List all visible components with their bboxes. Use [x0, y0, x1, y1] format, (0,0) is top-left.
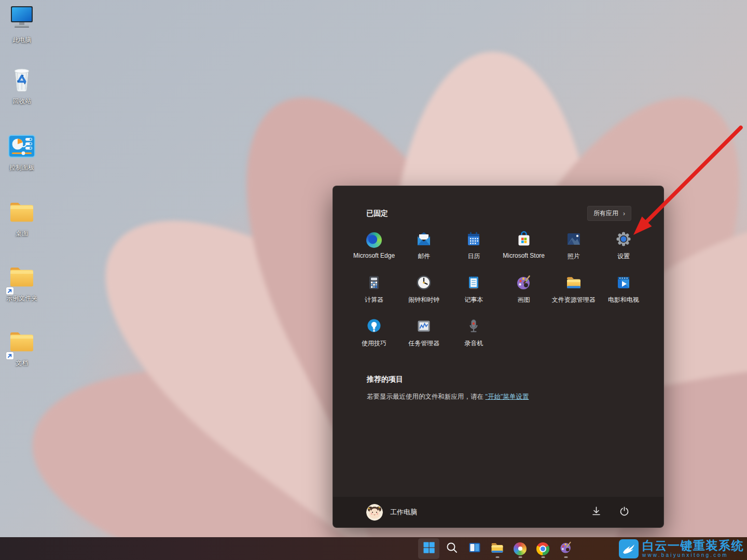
paint-button[interactable] — [555, 538, 576, 559]
desktop-icon-label: 示例文件夹 — [1, 295, 43, 302]
downloads-button[interactable] — [587, 503, 605, 522]
app-tile-settings[interactable]: 设置 — [599, 226, 648, 269]
task-manager-icon — [416, 318, 432, 337]
search-icon — [446, 541, 458, 556]
desktop-icon-this-pc[interactable]: 此电脑 — [1, 5, 43, 44]
running-indicator — [495, 556, 499, 558]
photos-icon — [565, 231, 582, 249]
app-tile-task-manager[interactable]: 任务管理器 — [399, 313, 449, 356]
this-pc-icon — [6, 3, 37, 35]
desktop-icon-label: 桌面 — [1, 230, 43, 237]
desktop-icon-desktop-folder[interactable]: 桌面 — [1, 199, 43, 237]
movies-tv-icon — [615, 274, 632, 293]
watermark-url: www.baiyunxitong.com — [642, 553, 744, 558]
running-indicator — [518, 556, 522, 558]
power-button[interactable] — [615, 503, 633, 522]
all-apps-button[interactable]: 所有应用 › — [587, 206, 631, 221]
paint-icon — [516, 274, 532, 293]
desktop-icon-control-panel[interactable]: 控制面板 — [1, 133, 43, 172]
recommended-text: 若要显示最近使用的文件和新应用，请在 "开始"菜单设置 — [367, 393, 529, 401]
desktop-icon-sample-folder[interactable]: 示例文件夹 — [1, 263, 43, 302]
chevron-right-icon: › — [623, 210, 625, 217]
control-panel-icon — [6, 132, 38, 163]
photos-pinwheel-icon — [514, 542, 527, 555]
tips-icon — [366, 318, 382, 337]
start-menu: 已固定 所有应用 › Microsoft Edge 邮件 — [333, 186, 664, 528]
start-settings-link[interactable]: "开始"菜单设置 — [485, 393, 529, 400]
task-view-button[interactable] — [464, 538, 485, 559]
windows-start-icon — [423, 541, 435, 556]
search-button[interactable] — [441, 538, 462, 559]
running-indicator — [564, 556, 568, 558]
power-icon — [619, 506, 629, 518]
folder-icon — [6, 198, 37, 229]
app-tile-store[interactable]: Microsoft Store — [499, 226, 549, 269]
calendar-icon — [465, 231, 482, 249]
app-tile-paint[interactable]: 画图 — [499, 269, 549, 313]
pinned-apps-grid: Microsoft Edge 邮件 — [349, 226, 648, 356]
running-indicator — [541, 556, 545, 558]
desktop-icon-label: 控制面板 — [1, 164, 43, 172]
file-explorer-button[interactable] — [487, 538, 508, 559]
shortcut-arrow-icon — [6, 287, 13, 295]
recycle-bin-icon — [7, 64, 36, 96]
settings-gear-icon — [615, 231, 632, 249]
app-tile-photos[interactable]: 照片 — [549, 226, 599, 269]
taskbar: 白云一键重装系统 www.baiyunxitong.com — [0, 537, 747, 560]
file-explorer-icon — [565, 274, 582, 293]
task-view-icon — [468, 541, 481, 556]
start-button[interactable] — [418, 538, 439, 559]
store-icon — [516, 231, 532, 249]
pinned-section-title: 已固定 — [366, 209, 388, 218]
chrome-icon — [536, 542, 549, 555]
mail-icon — [416, 231, 432, 249]
file-explorer-icon — [490, 541, 504, 557]
app-tile-file-explorer[interactable]: 文件资源管理器 — [549, 269, 599, 313]
notepad-icon — [465, 274, 482, 293]
desktop-screen: 此电脑 回收站 — [0, 0, 747, 560]
app-tile-notepad[interactable]: 记事本 — [449, 269, 499, 313]
download-icon — [591, 506, 601, 518]
user-avatar[interactable] — [366, 504, 383, 521]
desktop-icon-label: 此电脑 — [1, 37, 43, 44]
app-tile-calculator[interactable]: 计算器 — [349, 269, 399, 313]
calculator-icon — [366, 274, 382, 293]
chrome-button[interactable] — [532, 538, 554, 559]
watermark-title: 白云一键重装系统 — [642, 540, 744, 552]
photos-button[interactable] — [509, 538, 531, 559]
app-tile-calendar[interactable]: 日历 — [449, 226, 499, 269]
desktop-icon-label: 文档 — [1, 360, 43, 367]
voice-recorder-icon — [465, 318, 482, 337]
watermark-bird-icon — [619, 539, 639, 558]
app-tile-mail[interactable]: 邮件 — [399, 226, 449, 269]
app-tile-voice-recorder[interactable]: 录音机 — [449, 313, 499, 356]
desktop-icon-documents[interactable]: 文档 — [1, 328, 43, 367]
desktop-icon-label: 回收站 — [1, 98, 43, 105]
shortcut-arrow-icon — [6, 352, 13, 359]
recommended-section-title: 推荐的项目 — [367, 375, 403, 384]
app-tile-tips[interactable]: 使用技巧 — [349, 313, 399, 356]
desktop-icon-recycle-bin[interactable]: 回收站 — [1, 66, 43, 105]
user-name[interactable]: 工作电脑 — [390, 508, 417, 517]
paint-icon — [559, 541, 573, 556]
watermark: 白云一键重装系统 www.baiyunxitong.com — [619, 539, 744, 558]
app-tile-movies-tv[interactable]: 电影和电视 — [599, 269, 648, 313]
clock-icon — [416, 274, 432, 293]
start-menu-user-bar: 工作电脑 — [333, 496, 663, 527]
edge-icon — [366, 232, 382, 248]
app-tile-edge[interactable]: Microsoft Edge — [349, 226, 399, 269]
app-tile-clock[interactable]: 闹钟和时钟 — [399, 269, 449, 313]
